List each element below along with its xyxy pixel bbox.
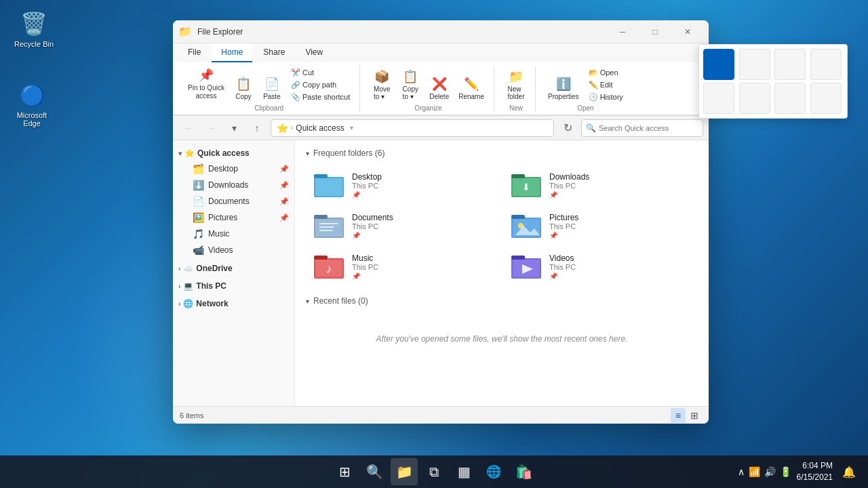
volume-sys-icon[interactable]: 🔊 xyxy=(764,466,776,477)
move-to-button[interactable]: 📦 Moveto ▾ xyxy=(368,66,395,103)
folder-item-music[interactable]: ♪ Music This PC 📌 xyxy=(306,247,500,285)
date-display: 6/15/2021 xyxy=(797,472,833,483)
ribbon: File Home Share View 📌 Pin to Quickacces… xyxy=(173,43,709,116)
folder-item-pictures[interactable]: Pictures This PC 📌 xyxy=(503,207,698,245)
pin-to-quick-access-button[interactable]: 📌 Pin to Quickaccess xyxy=(184,65,229,103)
taskbar-time[interactable]: 6:04 PM 6/15/2021 xyxy=(797,460,833,483)
open-label: Open xyxy=(577,104,593,112)
edge-label: Microsoft Edge xyxy=(8,111,56,127)
sidebar-item-documents-label: Documents xyxy=(208,197,250,206)
folder-item-documents[interactable]: Documents This PC 📌 xyxy=(306,207,500,245)
svg-text:♪: ♪ xyxy=(326,262,332,276)
main-area: ▾ ⭐ Quick access 🗂️ Desktop 📌 ⬇️ Downloa… xyxy=(173,140,709,406)
videos-folder-sub: This PC xyxy=(549,263,576,271)
recent-files-empty-message: After you've opened some files, we'll sh… xyxy=(306,314,698,364)
new-folder-button[interactable]: 📁 Newfolder xyxy=(502,66,530,103)
back-button[interactable]: ← xyxy=(178,119,197,138)
taskbar-right: ∧ 📶 🔊 🔋 6:04 PM 6/15/2021 🔔 xyxy=(738,460,868,483)
sidebar-item-desktop[interactable]: 🗂️ Desktop 📌 xyxy=(173,161,294,177)
pictures-folder-name: Pictures xyxy=(549,213,578,222)
view-option-content[interactable] xyxy=(810,83,842,114)
edge-taskbar-button[interactable]: 🌐 xyxy=(480,458,507,485)
open-button[interactable]: 📂 Open xyxy=(585,67,627,79)
battery-sys-icon[interactable]: 🔋 xyxy=(780,466,791,477)
sidebar-this-pc-header[interactable]: › 💻 This PC xyxy=(173,279,294,293)
close-button[interactable]: ✕ xyxy=(672,20,703,43)
tab-file[interactable]: File xyxy=(178,43,210,62)
minimize-button[interactable]: ─ xyxy=(607,20,638,43)
sidebar-item-downloads-label: Downloads xyxy=(208,180,248,190)
sidebar-item-downloads[interactable]: ⬇️ Downloads 📌 xyxy=(173,177,294,193)
store-taskbar-button[interactable]: 🛍️ xyxy=(510,458,537,485)
task-view-button[interactable]: ⧉ xyxy=(420,458,448,485)
up-button[interactable]: ↑ xyxy=(248,119,267,138)
view-list-button[interactable]: ≡ xyxy=(671,408,686,423)
folder-item-downloads[interactable]: ⬇ Downloads This PC 📌 xyxy=(503,166,698,204)
search-button[interactable]: 🔍 xyxy=(361,458,388,485)
downloads-folder-pin-icon: 📌 xyxy=(549,191,589,199)
copy-to-button[interactable]: 📋 Copyto ▾ xyxy=(397,66,424,103)
sidebar-item-desktop-label: Desktop xyxy=(208,164,238,174)
network-sys-icon[interactable]: 📶 xyxy=(749,466,760,477)
view-grid-button[interactable]: ⊞ xyxy=(687,408,702,423)
file-explorer-taskbar-button[interactable]: 📁 xyxy=(391,458,418,485)
sidebar-quick-access-header[interactable]: ▾ ⭐ Quick access xyxy=(173,146,294,161)
view-option-tiles[interactable] xyxy=(774,83,806,114)
widgets-button[interactable]: ▦ xyxy=(450,458,477,485)
sidebar-item-music[interactable]: 🎵 Music xyxy=(173,226,294,242)
view-option-details[interactable] xyxy=(739,83,770,114)
recycle-bin-icon[interactable]: 🗑️ Recycle Bin xyxy=(10,10,58,48)
this-pc-chevron-icon: › xyxy=(178,283,180,290)
status-items-count: 6 items xyxy=(180,411,665,420)
address-path[interactable]: ⭐ › Quick access ▾ xyxy=(271,119,554,137)
address-dropdown-icon[interactable]: ▾ xyxy=(350,124,353,131)
new-label: New xyxy=(509,104,523,112)
view-option-large[interactable] xyxy=(739,49,770,80)
window-icon: 📁 xyxy=(178,25,192,38)
refresh-button[interactable]: ↻ xyxy=(558,119,577,138)
music-folder-name: Music xyxy=(352,253,378,263)
recent-locations-button[interactable]: ▾ xyxy=(224,119,243,138)
copy-path-button[interactable]: 🔗 Copy path xyxy=(287,79,354,91)
sidebar-network-header[interactable]: › 🌐 Network xyxy=(173,296,294,311)
folder-item-videos[interactable]: Videos This PC 📌 xyxy=(503,247,698,285)
sidebar-item-documents[interactable]: 📄 Documents 📌 xyxy=(173,193,294,209)
copy-button[interactable]: 📋 Copy xyxy=(230,74,257,103)
sidebar-item-videos[interactable]: 📹 Videos xyxy=(173,242,294,258)
forward-button[interactable]: → xyxy=(201,119,220,138)
music-folder-pin-icon: 📌 xyxy=(352,272,378,280)
documents-folder-sub: This PC xyxy=(352,222,393,230)
start-button[interactable]: ⊞ xyxy=(331,458,358,485)
tab-share[interactable]: Share xyxy=(254,43,294,62)
delete-button[interactable]: ❌ Delete xyxy=(425,74,453,103)
videos-folder-pin-icon: 📌 xyxy=(549,272,576,280)
rename-button[interactable]: ✏️ Rename xyxy=(454,74,488,103)
sidebar-item-pictures[interactable]: 🖼️ Pictures 📌 xyxy=(173,209,294,226)
search-input[interactable] xyxy=(599,124,698,132)
organize-label: Organize xyxy=(414,104,442,112)
sidebar-section-onedrive: › ☁️ OneDrive xyxy=(173,261,294,276)
frequent-folders-header[interactable]: ▾ Frequent folders (6) xyxy=(306,148,698,158)
recent-files-header[interactable]: ▾ Recent files (0) xyxy=(306,296,698,306)
view-option-small[interactable] xyxy=(810,49,842,80)
notification-button[interactable]: 🔔 xyxy=(838,461,860,483)
folder-item-desktop[interactable]: Desktop This PC 📌 xyxy=(306,166,500,204)
hidden-icons-button[interactable]: ∧ xyxy=(738,466,745,477)
view-option-medium[interactable] xyxy=(774,49,806,80)
history-button[interactable]: 🕒 History xyxy=(585,92,627,103)
sidebar-onedrive-header[interactable]: › ☁️ OneDrive xyxy=(173,261,294,276)
paste-button[interactable]: 📄 Paste xyxy=(258,74,285,103)
paste-shortcut-button[interactable]: 📎 Paste shortcut xyxy=(287,92,354,103)
tab-home[interactable]: Home xyxy=(212,43,252,62)
cut-button[interactable]: ✂️ Cut xyxy=(287,67,354,79)
view-option-list[interactable] xyxy=(703,83,734,114)
search-box[interactable]: 🔍 xyxy=(581,119,703,137)
edge-icon[interactable]: 🔵 Microsoft Edge xyxy=(8,81,56,127)
maximize-button[interactable]: □ xyxy=(639,20,671,43)
edit-button[interactable]: ✏️ Edit xyxy=(585,79,627,91)
properties-button[interactable]: ℹ️ Properties xyxy=(544,74,583,103)
search-icon: 🔍 xyxy=(586,123,596,133)
view-buttons: ≡ ⊞ xyxy=(671,408,702,423)
tab-view[interactable]: View xyxy=(296,43,332,62)
view-option-extra-large[interactable] xyxy=(703,49,734,80)
